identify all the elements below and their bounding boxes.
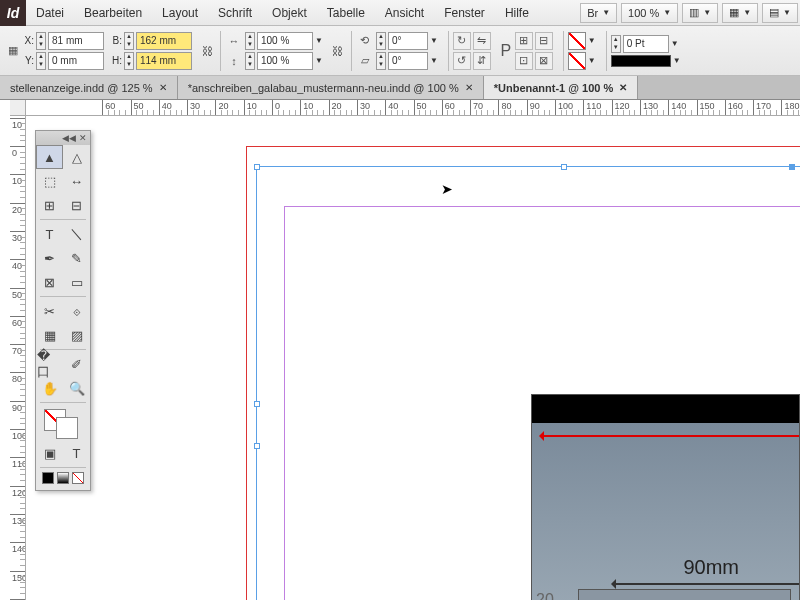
- control-bar: ▦ X:▲▼81 mm Y:▲▼0 mm B:▲▼162 mm H:▲▼114 …: [0, 26, 800, 76]
- h-field[interactable]: 114 mm: [136, 52, 192, 70]
- note-tool[interactable]: �口: [36, 352, 63, 376]
- dimension-bar: [578, 589, 791, 600]
- placed-image[interactable]: 90mm 20: [531, 394, 800, 600]
- red-dimension-arrow: [540, 435, 799, 437]
- page-tool[interactable]: ⬚: [36, 169, 63, 193]
- scaley-spinner[interactable]: ▲▼: [245, 52, 255, 70]
- pencil-tool[interactable]: ✎: [63, 246, 90, 270]
- document-tabs: stellenanzeige.indd @ 125 %✕ *anschreibe…: [0, 76, 800, 100]
- content-collector-tool[interactable]: ⊞: [36, 193, 63, 217]
- stroke-weight-field[interactable]: 0 Pt: [623, 35, 669, 53]
- menu-fenster[interactable]: Fenster: [434, 6, 495, 20]
- eyedropper-tool[interactable]: ✐: [63, 352, 90, 376]
- h-spinner[interactable]: ▲▼: [124, 52, 134, 70]
- rotate-ccw-icon[interactable]: ↺: [453, 52, 471, 70]
- content-grabber-icon[interactable]: P: [497, 42, 515, 60]
- menu-ansicht[interactable]: Ansicht: [375, 6, 434, 20]
- y-field[interactable]: 0 mm: [48, 52, 104, 70]
- tab-stellenanzeige[interactable]: stellenanzeige.indd @ 125 %✕: [0, 76, 178, 99]
- dimension-90-line: [612, 583, 799, 585]
- canvas[interactable]: ➤ 90mm 20: [26, 116, 800, 600]
- flip-v-icon[interactable]: ⇵: [473, 52, 491, 70]
- gap-tool[interactable]: ↔: [63, 169, 90, 193]
- rectangle-tool[interactable]: ▭: [63, 270, 90, 294]
- constrain-scale-icon[interactable]: ⛓: [329, 42, 347, 60]
- format-text-icon[interactable]: T: [63, 441, 90, 465]
- line-tool[interactable]: ＼: [63, 222, 90, 246]
- selection-tool[interactable]: ▲: [36, 145, 63, 169]
- tab-unbenannt[interactable]: *Unbenannt-1 @ 100 %✕: [484, 76, 639, 99]
- screen-mode-button[interactable]: ▥▼: [682, 3, 718, 23]
- workspace-button[interactable]: ▤▼: [762, 3, 798, 23]
- vertical-ruler[interactable]: 1001020304050607080901001101201301401501…: [10, 116, 26, 600]
- flip-h-icon[interactable]: ⇋: [473, 32, 491, 50]
- free-transform-tool[interactable]: ⟐: [63, 299, 90, 323]
- gradient-feather-tool[interactable]: ▨: [63, 323, 90, 347]
- align-1-icon[interactable]: ⊞: [515, 32, 533, 50]
- stroke-swatch[interactable]: [568, 52, 586, 70]
- pen-tool[interactable]: ✒: [36, 246, 63, 270]
- zoom-level[interactable]: 100 %▼: [621, 3, 678, 23]
- close-icon[interactable]: ✕: [619, 82, 627, 93]
- fill-stroke-swatch[interactable]: [36, 405, 90, 441]
- rectangle-frame-tool[interactable]: ⊠: [36, 270, 63, 294]
- menu-layout[interactable]: Layout: [152, 6, 208, 20]
- horizontal-ruler[interactable]: 6050403020100102030405060708090100110120…: [26, 100, 800, 116]
- menu-bearbeiten[interactable]: Bearbeiten: [74, 6, 152, 20]
- y-spinner[interactable]: ▲▼: [36, 52, 46, 70]
- constrain-wh-icon[interactable]: ⛓: [198, 42, 216, 60]
- scale-y-icon: ↕: [225, 52, 243, 70]
- shear-icon: ▱: [356, 52, 374, 70]
- rotate-icon: ⟲: [356, 32, 374, 50]
- rotate-cw-icon[interactable]: ↻: [453, 32, 471, 50]
- scalex-spinner[interactable]: ▲▼: [245, 32, 255, 50]
- align-2-icon[interactable]: ⊟: [535, 32, 553, 50]
- close-icon[interactable]: ✕: [159, 82, 167, 93]
- format-container-icon[interactable]: ▣: [36, 441, 63, 465]
- apply-color-icon[interactable]: [42, 472, 54, 484]
- bridge-button[interactable]: Br▼: [580, 3, 617, 23]
- menu-tabelle[interactable]: Tabelle: [317, 6, 375, 20]
- scaley-field[interactable]: 100 %: [257, 52, 313, 70]
- menu-bar: Id Datei Bearbeiten Layout Schrift Objek…: [0, 0, 800, 26]
- tab-anschreiben[interactable]: *anschreiben_galabau_mustermann-neu.indd…: [178, 76, 484, 99]
- gradient-swatch-tool[interactable]: ▦: [36, 323, 63, 347]
- ruler-origin[interactable]: [10, 100, 26, 116]
- stroke-style[interactable]: [611, 55, 671, 67]
- arrange-button[interactable]: ▦▼: [722, 3, 758, 23]
- tools-panel-header[interactable]: ◀◀ ✕: [36, 131, 90, 145]
- w-field[interactable]: 162 mm: [136, 32, 192, 50]
- tools-panel[interactable]: ◀◀ ✕ ▲ △ ⬚ ↔ ⊞ ⊟ T ＼ ✒ ✎ ⊠ ▭ ✂ ⟐ ▦ ▨ �口 …: [35, 130, 91, 491]
- align-4-icon[interactable]: ⊠: [535, 52, 553, 70]
- w-spinner[interactable]: ▲▼: [124, 32, 134, 50]
- shear-field[interactable]: 0°: [388, 52, 428, 70]
- image-black-strip: [532, 395, 799, 423]
- app-icon: Id: [0, 0, 26, 26]
- hand-tool[interactable]: ✋: [36, 376, 63, 400]
- scissors-tool[interactable]: ✂: [36, 299, 63, 323]
- apply-gradient-icon[interactable]: [57, 472, 69, 484]
- menu-objekt[interactable]: Objekt: [262, 6, 317, 20]
- zoom-tool[interactable]: 🔍: [63, 376, 90, 400]
- menu-datei[interactable]: Datei: [26, 6, 74, 20]
- apply-none-icon[interactable]: [72, 472, 84, 484]
- dimension-20-label: 20: [536, 591, 554, 600]
- scalex-field[interactable]: 100 %: [257, 32, 313, 50]
- scale-x-icon: ↔: [225, 32, 243, 50]
- menu-schrift[interactable]: Schrift: [208, 6, 262, 20]
- close-icon[interactable]: ✕: [465, 82, 473, 93]
- align-3-icon[interactable]: ⊡: [515, 52, 533, 70]
- stroke-swatch-box[interactable]: [56, 417, 78, 439]
- x-spinner[interactable]: ▲▼: [36, 32, 46, 50]
- fill-swatch[interactable]: [568, 32, 586, 50]
- dimension-90-label: 90mm: [683, 556, 739, 579]
- direct-selection-tool[interactable]: △: [63, 145, 90, 169]
- cursor-icon: ➤: [441, 181, 453, 197]
- x-field[interactable]: 81 mm: [48, 32, 104, 50]
- type-tool[interactable]: T: [36, 222, 63, 246]
- menu-hilfe[interactable]: Hilfe: [495, 6, 539, 20]
- rotate-field[interactable]: 0°: [388, 32, 428, 50]
- content-placer-tool[interactable]: ⊟: [63, 193, 90, 217]
- refpoint-icon[interactable]: ▦: [4, 42, 22, 60]
